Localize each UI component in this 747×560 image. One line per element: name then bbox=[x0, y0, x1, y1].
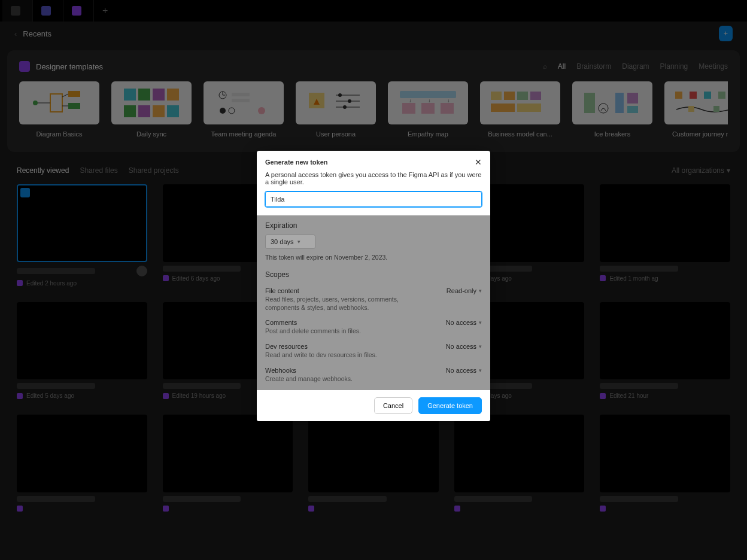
scope-name: File content bbox=[265, 287, 427, 294]
scope-row: CommentsPost and delete comments in file… bbox=[265, 315, 482, 339]
scope-access-select[interactable]: Read-only▾ bbox=[447, 287, 482, 294]
close-icon[interactable]: ✕ bbox=[475, 158, 482, 166]
expiration-section: Expiration 30 days ▾ This token will exp… bbox=[257, 215, 490, 264]
modal-title: Generate new token bbox=[265, 159, 328, 166]
expiration-label: Expiration bbox=[265, 221, 482, 230]
scope-access-select[interactable]: No access▾ bbox=[446, 367, 482, 374]
scope-name: Dev resources bbox=[265, 343, 377, 350]
chevron-down-icon: ▾ bbox=[479, 319, 482, 325]
chevron-down-icon: ▾ bbox=[479, 367, 482, 373]
generate-token-button[interactable]: Generate token bbox=[418, 397, 482, 414]
scope-description: Create and manage webhooks. bbox=[265, 375, 353, 384]
token-name-input[interactable] bbox=[265, 191, 482, 207]
scope-row: WebhooksCreate and manage webhooks.No ac… bbox=[265, 363, 482, 387]
scope-row: Dev resourcesRead and write to dev resou… bbox=[265, 339, 482, 363]
scope-description: Read and write to dev resources in files… bbox=[265, 351, 377, 360]
modal-footer: Cancel Generate token bbox=[257, 390, 490, 421]
scope-name: Comments bbox=[265, 319, 361, 326]
scopes-section: Scopes File contentRead files, projects,… bbox=[257, 264, 490, 390]
chevron-down-icon: ▾ bbox=[297, 239, 300, 245]
scope-row: File contentRead files, projects, users,… bbox=[265, 284, 482, 315]
expiration-select[interactable]: 30 days ▾ bbox=[265, 235, 315, 249]
scope-description: Read files, projects, users, versions, c… bbox=[265, 296, 427, 312]
scope-name: Webhooks bbox=[265, 367, 353, 374]
scope-access-select[interactable]: No access▾ bbox=[446, 319, 482, 326]
chevron-down-icon: ▾ bbox=[479, 288, 482, 294]
scope-description: Post and delete comments in files. bbox=[265, 327, 361, 336]
scope-access-select[interactable]: No access▾ bbox=[446, 343, 482, 350]
cancel-button[interactable]: Cancel bbox=[374, 397, 412, 414]
scopes-label: Scopes bbox=[265, 270, 482, 279]
generate-token-modal: Generate new token ✕ A personal access t… bbox=[257, 151, 490, 421]
chevron-down-icon: ▾ bbox=[479, 343, 482, 349]
expiration-note: This token will expire on November 2, 20… bbox=[265, 254, 482, 261]
modal-description: A personal access token gives you access… bbox=[257, 171, 490, 191]
